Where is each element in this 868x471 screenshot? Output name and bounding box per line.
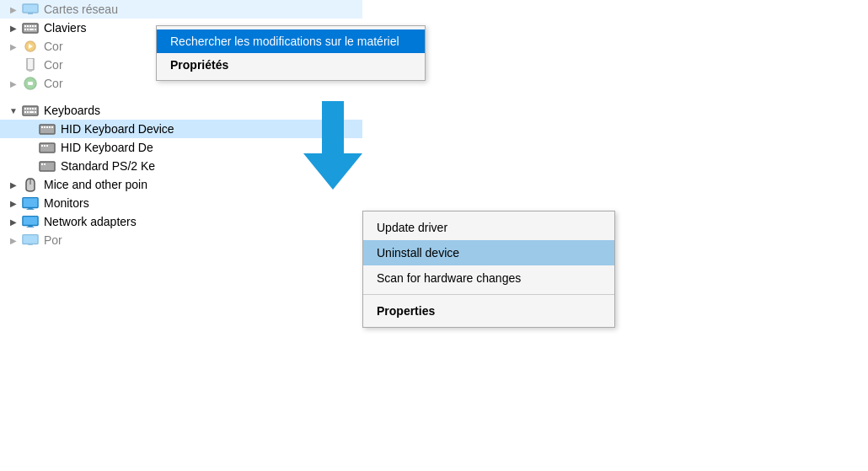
network-icon bbox=[22, 233, 39, 247]
tree-item-monitors[interactable]: ▶ Monitors bbox=[0, 194, 362, 212]
expand-icon: ▶ bbox=[7, 21, 20, 35]
svg-rect-44 bbox=[26, 209, 34, 210]
expand-icon: ▶ bbox=[7, 233, 20, 247]
svg-rect-6 bbox=[32, 25, 34, 27]
svg-rect-46 bbox=[28, 226, 32, 227]
svg-rect-37 bbox=[46, 145, 48, 147]
context-menu-french: Rechercher les modifications sur le maté… bbox=[156, 25, 426, 81]
menu-item-properties[interactable]: Properties bbox=[363, 298, 614, 324]
svg-rect-31 bbox=[46, 126, 48, 128]
tree-item-label: HID Keyboard Device bbox=[61, 122, 174, 136]
svg-rect-3 bbox=[24, 25, 26, 27]
svg-rect-5 bbox=[29, 25, 31, 27]
expand-icon: ▼ bbox=[7, 104, 20, 117]
network-icon bbox=[22, 3, 39, 16]
svg-rect-39 bbox=[41, 163, 43, 165]
svg-rect-15 bbox=[29, 70, 32, 72]
svg-rect-18 bbox=[23, 106, 38, 115]
menu-item-update-driver[interactable]: Update driver bbox=[363, 215, 614, 240]
svg-rect-21 bbox=[29, 108, 31, 110]
svg-rect-14 bbox=[27, 58, 34, 70]
device-manager-window: ▶ Cartes réseau ▶ bbox=[0, 0, 868, 471]
tree-item-label: Claviers bbox=[44, 21, 87, 35]
audio-icon bbox=[22, 40, 39, 53]
usb-icon bbox=[22, 58, 39, 72]
menu-item-rechercher[interactable]: Rechercher les modifications sur le maté… bbox=[157, 29, 425, 53]
svg-rect-22 bbox=[32, 108, 34, 110]
expand-icon bbox=[24, 141, 37, 154]
keyboard-icon bbox=[39, 122, 56, 136]
tree-item-label: Cor bbox=[44, 58, 63, 72]
arrow-container bbox=[303, 101, 362, 196]
tree-item-network-adapters[interactable]: ▶ Network adapters bbox=[0, 212, 362, 231]
expand-icon: ▶ bbox=[7, 40, 20, 53]
svg-rect-50 bbox=[322, 101, 344, 156]
svg-marker-51 bbox=[303, 153, 362, 190]
tree-item-label: HID Keyboard De bbox=[61, 141, 153, 154]
tree-item-label: Por bbox=[44, 233, 62, 247]
arrow-down-icon bbox=[303, 101, 362, 194]
tree-separator bbox=[0, 93, 362, 101]
mouse-icon bbox=[22, 178, 39, 191]
svg-rect-38 bbox=[40, 162, 55, 171]
tree-item-cartes-reseau[interactable]: ▶ Cartes réseau bbox=[0, 0, 362, 19]
svg-rect-19 bbox=[24, 108, 26, 110]
expand-icon: ▶ bbox=[7, 77, 20, 90]
menu-item-uninstall-device[interactable]: Uninstall device bbox=[363, 240, 614, 265]
svg-rect-20 bbox=[27, 108, 29, 110]
keyboard-icon bbox=[39, 159, 56, 173]
svg-rect-49 bbox=[28, 244, 32, 245]
tree-item-label: Mice and other poin bbox=[44, 178, 147, 191]
tree-item-label: Standard PS/2 Ke bbox=[61, 159, 155, 173]
svg-rect-27 bbox=[35, 111, 36, 113]
svg-rect-28 bbox=[40, 125, 55, 134]
svg-rect-7 bbox=[35, 25, 36, 27]
svg-rect-43 bbox=[28, 207, 32, 208]
tree-item-label: Cor bbox=[44, 77, 63, 90]
svg-rect-30 bbox=[44, 126, 46, 128]
svg-rect-42 bbox=[23, 198, 38, 208]
tree-item-label: Network adapters bbox=[44, 215, 137, 228]
keyboard-icon bbox=[39, 141, 56, 154]
svg-rect-17 bbox=[28, 82, 33, 85]
menu-item-proprietes[interactable]: Propriétés bbox=[157, 53, 425, 77]
svg-rect-9 bbox=[27, 29, 29, 30]
svg-rect-23 bbox=[35, 108, 36, 110]
tree-item-ports[interactable]: ▶ Por bbox=[0, 231, 362, 249]
svg-rect-47 bbox=[26, 227, 34, 227]
network-icon bbox=[22, 215, 39, 228]
expand-icon bbox=[7, 58, 20, 72]
expand-icon: ▶ bbox=[7, 196, 20, 210]
tree-item-label: Monitors bbox=[44, 196, 89, 210]
svg-rect-48 bbox=[23, 235, 38, 244]
svg-rect-35 bbox=[41, 145, 43, 147]
expand-icon: ▶ bbox=[7, 215, 20, 228]
expand-icon: ▶ bbox=[7, 3, 20, 16]
tree-item-label: Cor bbox=[44, 40, 63, 53]
svg-rect-32 bbox=[49, 126, 51, 128]
svg-rect-26 bbox=[29, 111, 34, 113]
svg-rect-45 bbox=[23, 217, 38, 226]
svg-rect-34 bbox=[40, 143, 55, 153]
svg-rect-24 bbox=[24, 111, 26, 113]
controller-icon bbox=[22, 77, 39, 90]
svg-rect-29 bbox=[41, 126, 43, 128]
svg-rect-25 bbox=[27, 111, 29, 113]
svg-rect-4 bbox=[27, 25, 29, 27]
menu-item-scan-hardware[interactable]: Scan for hardware changes bbox=[363, 265, 614, 291]
keyboard-icon bbox=[22, 104, 39, 117]
svg-rect-36 bbox=[44, 145, 46, 147]
svg-rect-33 bbox=[51, 126, 53, 128]
svg-rect-1 bbox=[28, 13, 33, 14]
svg-rect-2 bbox=[23, 24, 38, 33]
tree-item-label: Keyboards bbox=[44, 104, 100, 117]
svg-rect-40 bbox=[44, 163, 46, 165]
svg-rect-11 bbox=[35, 29, 36, 30]
menu-separator bbox=[363, 294, 614, 295]
keyboard-icon bbox=[22, 21, 39, 35]
svg-rect-10 bbox=[29, 29, 34, 30]
svg-rect-0 bbox=[23, 4, 38, 13]
expand-icon bbox=[24, 122, 37, 136]
expand-icon: ▶ bbox=[7, 178, 20, 191]
expand-icon bbox=[24, 159, 37, 173]
